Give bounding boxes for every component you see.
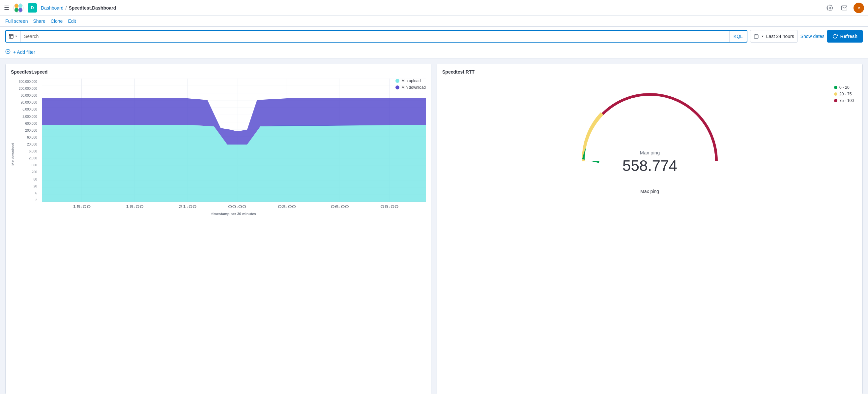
y-tick: 200,000,000 [19,87,39,90]
y-tick: 6 [19,191,39,195]
svg-marker-14 [762,36,764,37]
svg-point-5 [829,7,831,8]
svg-point-0 [13,3,23,13]
search-box: KQL [5,30,747,43]
y-tick: 60,000 [19,136,39,139]
legend-label-download: Min download [401,85,426,90]
gauge-bottom-label: Max ping [640,189,659,194]
add-filter-button[interactable]: + Add filter [13,50,35,55]
y-tick: 20,000,000 [19,101,39,104]
search-filter-btn[interactable] [6,31,21,42]
svg-point-4 [19,8,23,12]
speed-chart-container: Min download 600,000,000 200,000,000 60,… [11,79,426,230]
filter-icon [5,49,10,55]
y-tick: 60,000,000 [19,94,39,97]
clone-link[interactable]: Clone [51,19,63,24]
action-bar: Full screen Share Clone Edit [0,16,868,27]
y-tick: 600,000,000 [19,80,39,83]
speed-chart-svg: 15:00 18:00 21:00 00:00 03:00 06:00 09:0… [42,79,426,210]
breadcrumb-current: Speedtest.Dashboard [68,5,116,10]
time-picker[interactable]: Last 24 hours [750,30,798,43]
chart-area: Min upload Min download [42,79,426,230]
svg-text:18:00: 18:00 [125,204,144,209]
y-tick: 200 [19,170,39,174]
mail-icon[interactable] [839,3,849,13]
speed-panel-title: Speedtest.speed [11,69,426,75]
y-tick: 6,000 [19,149,39,153]
refresh-label: Refresh [840,34,858,39]
filter-bar: KQL Last 24 hours Show dates Refresh [0,27,868,46]
svg-text:03:00: 03:00 [277,204,296,209]
legend-dot-upload [396,79,399,83]
y-tick: 20 [19,185,39,188]
logo-icon [13,3,24,13]
legend-label-upload: Min upload [401,79,421,83]
breadcrumb: Dashboard / Speedtest.Dashboard [41,5,116,10]
edit-link[interactable]: Edit [68,19,76,24]
svg-text:558.774: 558.774 [622,157,677,174]
breadcrumb-separator: / [66,5,67,10]
y-tick: 60 [19,177,39,181]
svg-marker-9 [15,36,17,37]
gauge-legend: 0 - 20 20 - 75 75 - 100 [834,85,854,103]
legend-dot-download [396,85,399,89]
gauge-legend-dot-red [834,99,837,102]
svg-rect-6 [9,34,13,38]
gauge-legend-item-yellow: 20 - 75 [834,92,854,96]
gauge-legend-item-green: 0 - 20 [834,85,854,90]
svg-point-1 [14,4,19,8]
svg-text:15:00: 15:00 [72,204,91,209]
user-avatar[interactable]: e [854,3,864,13]
y-tick: 600 [19,163,39,167]
gauge-container: 0 - 20 20 - 75 75 - 100 [442,79,857,230]
svg-text:21:00: 21:00 [178,204,197,209]
speed-panel: Speedtest.speed Min download 600,000,000… [5,64,431,394]
rtt-panel: Speedtest.RTT 0 - 20 20 - 75 75 - 100 [437,64,863,394]
share-link[interactable]: Share [33,19,45,24]
gauge-legend-label-green: 0 - 20 [839,85,849,90]
y-tick: 2,000,000 [19,115,39,118]
gauge-legend-label-yellow: 20 - 75 [839,92,851,96]
breadcrumb-parent[interactable]: Dashboard [41,5,64,10]
settings-icon[interactable] [825,3,835,13]
top-nav: ☰ D Dashboard / Speedtest.Dashboard e [0,0,868,16]
svg-text:Max ping: Max ping [640,150,660,156]
svg-text:00:00: 00:00 [228,204,247,209]
x-axis-label: timestamp per 30 minutes [42,212,426,216]
y-axis-label: Min download [11,143,15,166]
y-tick: 200,000 [19,129,39,132]
y-tick: 600,000 [19,122,39,125]
refresh-button[interactable]: Refresh [827,30,863,43]
gauge-legend-label-red: 75 - 100 [839,98,854,103]
add-filter-bar: + Add filter [0,46,868,58]
kql-button[interactable]: KQL [729,31,747,42]
svg-rect-10 [754,35,758,38]
legend-item-download: Min download [396,85,426,90]
gauge-svg: Max ping 558.774 [581,88,719,181]
svg-point-3 [14,8,19,12]
y-tick: 20,000 [19,143,39,146]
app-badge: D [28,3,37,12]
y-tick: 2,000 [19,157,39,160]
svg-text:09:00: 09:00 [380,204,399,209]
y-tick: 2 [19,198,39,202]
chart-legend: Min upload Min download [396,79,426,90]
show-dates-button[interactable]: Show dates [801,34,825,39]
hamburger-icon[interactable]: ☰ [4,4,9,11]
gauge-legend-item-red: 75 - 100 [834,98,854,103]
time-picker-label: Last 24 hours [766,34,794,39]
gauge-legend-dot-green [834,86,837,89]
gauge-legend-dot-yellow [834,92,837,96]
legend-item-upload: Min upload [396,79,426,83]
svg-point-2 [19,4,23,8]
fullscreen-link[interactable]: Full screen [5,19,28,24]
svg-text:06:00: 06:00 [331,204,349,209]
dashboard: Speedtest.speed Min download 600,000,000… [0,58,868,394]
rtt-panel-title: Speedtest.RTT [442,69,857,75]
y-tick: 6,000,000 [19,108,39,111]
search-input[interactable] [21,34,729,39]
